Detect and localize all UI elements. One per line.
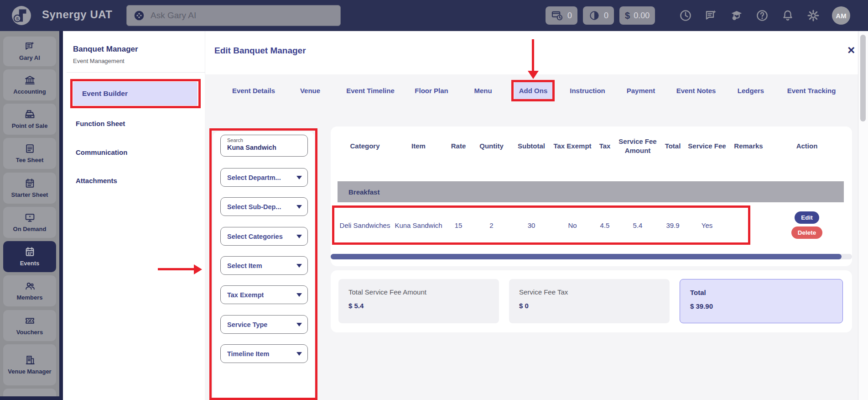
table-header-row: Category Item Rate Quntity Subtotal Tax … [338, 137, 844, 156]
terminal-counter-pill[interactable]: 0 [546, 6, 577, 25]
synergy-logo-icon[interactable]: S [11, 5, 32, 26]
terminal-count: 0 [567, 11, 572, 21]
sidebar-item-venue-manager[interactable]: Venue Manager [3, 344, 56, 385]
sub-department-dropdown[interactable]: Select Sub-Dep... [220, 197, 308, 216]
cell-item: Kuna Sandwich [392, 221, 445, 230]
clock-icon[interactable] [679, 9, 692, 22]
top-navbar: S Synergy UAT Ask Gary AI 0 0 $ 0.00 s [0, 0, 868, 31]
sidebar-item-starter-sheet[interactable]: Starter Sheet [3, 173, 56, 204]
people-icon [24, 280, 36, 292]
categories-dropdown[interactable]: Select Categories [220, 227, 308, 246]
user-avatar[interactable]: AM [832, 6, 850, 25]
col-subtotal: Subtotal [511, 137, 552, 156]
grand-total-box: Total $ 39.90 [680, 279, 843, 323]
timeline-item-dropdown[interactable]: Timeline Item [220, 344, 308, 363]
ask-gary-search-input[interactable]: Ask Gary AI [126, 5, 341, 26]
summary-value: $ 5.4 [348, 302, 499, 310]
bank-icon [24, 74, 36, 86]
tab-menu[interactable]: Menu [474, 87, 492, 95]
col-category: Category [338, 137, 392, 156]
tab-event-details[interactable]: Event Details [232, 87, 275, 95]
duration-icon [588, 10, 600, 21]
sidebar-label: Gary AI [19, 54, 40, 62]
menu-item-function-sheet[interactable]: Function Sheet [76, 120, 125, 127]
cell-tax-exempt: No [552, 221, 593, 230]
sidebar-label: Vouchers [16, 329, 43, 336]
tab-payment[interactable]: Payment [627, 87, 655, 95]
sidebar-item-accounting[interactable]: Accounting [3, 69, 56, 100]
tab-add-ons[interactable]: Add Ons [519, 87, 548, 95]
page-horizontal-scrollbar[interactable] [0, 396, 64, 400]
sidebar-item-point-of-sale[interactable]: Point of Sale [3, 104, 56, 135]
search-field-value: Kuna Sandwich [227, 144, 307, 151]
tab-ledgers[interactable]: Ledgers [738, 87, 764, 95]
brand-title: Synergy UAT [42, 8, 112, 21]
col-total: Total [659, 137, 687, 156]
annotation-arrow-add-ons-head [528, 71, 539, 79]
edit-button[interactable]: Edit [795, 211, 819, 224]
dropdown-label: Timeline Item [227, 350, 269, 358]
chevron-down-icon [296, 323, 302, 326]
tab-event-notes[interactable]: Event Notes [676, 87, 716, 95]
sidebar-item-vouchers[interactable]: Vouchers [3, 310, 56, 341]
terminal-clock-icon [551, 9, 564, 22]
summary-value: $ 0 [519, 302, 670, 310]
chevron-down-icon [296, 205, 302, 209]
sidebar-item-gary-ai[interactable]: Gary AI [3, 37, 56, 66]
sidebar-item-partial[interactable] [3, 389, 56, 396]
tab-instruction[interactable]: Instruction [570, 87, 605, 95]
sidebar-item-events[interactable]: Events [3, 241, 56, 272]
panel-divider [67, 72, 205, 73]
col-quantity: Quntity [472, 137, 511, 156]
tax-exempt-dropdown[interactable]: Tax Exempt [220, 285, 308, 304]
gary-ai-icon [133, 10, 145, 21]
menu-item-attachments[interactable]: Attachments [76, 177, 117, 184]
table-row: Deli Sandwiches Kuna Sandwich 15 2 30 No… [338, 205, 844, 246]
service-type-dropdown[interactable]: Service Type [220, 315, 308, 334]
modal-title: Edit Banquet Manager [214, 46, 306, 56]
sidebar-label: Venue Manager [8, 368, 51, 375]
sidebar-item-on-demand[interactable]: On Demand [3, 207, 56, 238]
sidebar-item-tee-sheet[interactable]: Tee Sheet [3, 138, 56, 169]
tab-floor-plan[interactable]: Floor Plan [415, 87, 448, 95]
feedback-sparkle-icon[interactable] [704, 9, 718, 22]
cash-counter-pill[interactable]: $ 0.00 [619, 6, 655, 25]
delete-button[interactable]: Delete [791, 226, 823, 239]
tab-event-timeline[interactable]: Event Timeline [346, 87, 395, 95]
table-hscroll-thumb[interactable] [331, 254, 842, 259]
cash-register-icon [24, 109, 36, 120]
item-dropdown[interactable]: Select Item [220, 256, 308, 275]
summary-label: Service Fee Tax [519, 288, 670, 296]
close-icon[interactable]: × [847, 44, 855, 57]
col-item: Item [392, 137, 445, 156]
addon-search-input[interactable]: Search Kuna Sandwich [220, 135, 308, 157]
col-rate: Rate [445, 137, 472, 156]
department-dropdown[interactable]: Select Departm... [220, 168, 308, 187]
category-group-row: Breakfast [338, 181, 844, 202]
cell-service-fee: Yes [687, 221, 727, 230]
menu-item-event-builder[interactable]: Event Builder [73, 82, 198, 105]
modal-vscroll-thumb[interactable] [860, 35, 866, 121]
cell-rate: 15 [445, 221, 472, 230]
chat-sparkle-icon [24, 41, 36, 52]
calendar-icon [24, 246, 36, 258]
learning-icon[interactable]: s [730, 9, 743, 22]
cell-category: Deli Sandwiches [338, 221, 392, 230]
menu-item-communication[interactable]: Communication [76, 148, 127, 156]
sidebar-scrollbar[interactable] [59, 31, 63, 397]
notifications-bell-icon[interactable] [781, 9, 795, 22]
sidebar-label: Point of Sale [12, 122, 48, 130]
chevron-down-icon [296, 176, 302, 179]
tab-event-tracking[interactable]: Event Tracking [787, 87, 836, 95]
cell-quantity: 2 [472, 221, 511, 230]
ticket-percent-icon [24, 315, 36, 326]
tab-venue[interactable]: Venue [300, 87, 320, 95]
dropdown-label: Select Item [227, 262, 262, 269]
cell-service-fee-amount: 5.4 [617, 221, 659, 230]
sidebar-item-members[interactable]: Members [3, 275, 56, 306]
duration-counter-pill[interactable]: 0 [583, 6, 614, 25]
navbar-counters: 0 0 $ 0.00 [546, 6, 655, 25]
settings-gear-icon[interactable] [806, 9, 820, 22]
cash-amount: 0.00 [634, 11, 650, 21]
help-icon[interactable] [755, 9, 769, 22]
